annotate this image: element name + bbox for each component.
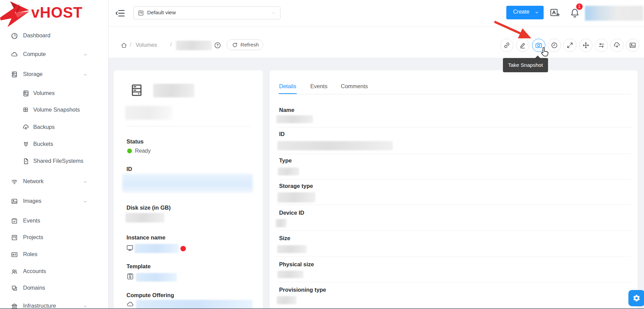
sidebar-item-label: Projects bbox=[23, 234, 43, 240]
edit-button[interactable] bbox=[516, 39, 529, 52]
migrate-volume-button[interactable] bbox=[579, 39, 592, 52]
compute-offering-redacted[interactable] bbox=[136, 300, 253, 309]
swap-button[interactable] bbox=[595, 39, 608, 52]
brand-logo[interactable]: vHOST bbox=[0, 1, 109, 27]
picture-icon bbox=[629, 42, 636, 49]
sidebar-item-label: Buckets bbox=[33, 141, 53, 147]
sidebar-item-label: Network bbox=[23, 178, 44, 185]
notification-badge[interactable]: 1 bbox=[576, 3, 583, 10]
create-button-label: Create bbox=[513, 9, 529, 15]
sidebar-item-label: Domains bbox=[23, 285, 45, 291]
menu-fold-icon[interactable] bbox=[115, 8, 125, 18]
field-value-redacted bbox=[277, 141, 393, 150]
language-add-icon[interactable] bbox=[549, 8, 560, 18]
sidebar-item-domains[interactable]: Domains bbox=[0, 284, 108, 293]
sidebar-item-roles[interactable]: Roles bbox=[0, 250, 108, 259]
brand-logo-icon bbox=[0, 1, 30, 28]
field-value-redacted bbox=[277, 245, 307, 253]
sidebar-item-accounts[interactable]: Accounts bbox=[0, 267, 108, 276]
cloud-upload-icon bbox=[22, 124, 30, 131]
sidebar-item-network[interactable]: Network bbox=[0, 177, 108, 186]
sidebar-item-label: Storage bbox=[23, 71, 43, 77]
question-circle-icon[interactable]: ? bbox=[214, 42, 221, 49]
template-redacted[interactable] bbox=[136, 273, 177, 282]
field-label-id: ID bbox=[279, 131, 285, 137]
user-menu[interactable] bbox=[585, 6, 643, 21]
field-value-redacted bbox=[276, 219, 287, 227]
sidebar-item-buckets[interactable]: Buckets bbox=[0, 140, 108, 149]
tab-comments[interactable]: Comments bbox=[341, 83, 368, 90]
edit-icon bbox=[519, 42, 526, 49]
volume-icon bbox=[22, 90, 30, 97]
link-icon bbox=[503, 42, 510, 49]
resize-volume-button[interactable] bbox=[563, 39, 577, 52]
status-dot bbox=[127, 149, 132, 153]
breadcrumb-separator: / bbox=[130, 42, 131, 48]
divider bbox=[126, 126, 251, 127]
divider bbox=[277, 230, 631, 231]
sidebar-item-backups[interactable]: Backups bbox=[0, 123, 108, 132]
block-icon bbox=[11, 285, 18, 292]
sidebar-item-compute[interactable]: Compute bbox=[0, 50, 108, 59]
chevron-down-icon bbox=[83, 180, 87, 184]
project-icon bbox=[11, 234, 18, 241]
picture-icon bbox=[11, 198, 18, 205]
cloud-icon bbox=[11, 51, 18, 58]
sidebar-item-label: Compute bbox=[23, 51, 46, 57]
tab-events[interactable]: Events bbox=[310, 83, 327, 90]
hand-cursor-icon bbox=[540, 47, 550, 58]
chevron-down-icon bbox=[271, 11, 276, 15]
field-value-redacted bbox=[278, 168, 299, 175]
cloud-icon bbox=[126, 301, 134, 308]
field-value-redacted bbox=[276, 115, 313, 123]
sidebar-item-volume-snapshots[interactable]: Volume Snapshots bbox=[0, 106, 108, 115]
chevron-down-icon bbox=[83, 199, 87, 204]
id-value-redacted bbox=[122, 174, 253, 193]
project-icon bbox=[138, 10, 144, 16]
sidebar-item-projects[interactable]: Projects bbox=[0, 233, 108, 242]
field-label-name: Name bbox=[279, 107, 294, 113]
volume-icon bbox=[131, 82, 143, 99]
view-select[interactable]: Default view bbox=[133, 6, 280, 19]
divider bbox=[277, 179, 631, 179]
chevron-up-icon bbox=[83, 73, 87, 77]
field-value-redacted bbox=[277, 192, 315, 202]
instance-name-redacted[interactable] bbox=[135, 244, 179, 253]
sidebar-item-dashboard[interactable]: Dashboard bbox=[0, 32, 108, 40]
bucket-icon bbox=[22, 141, 30, 148]
link-button[interactable] bbox=[500, 39, 513, 52]
take-snapshot-tooltip: Take Snapshot bbox=[503, 58, 548, 72]
status-value: Ready bbox=[135, 148, 151, 154]
create-template-button[interactable] bbox=[626, 39, 639, 52]
breadcrumb-current-redacted bbox=[176, 41, 212, 50]
create-button[interactable]: Create bbox=[506, 6, 544, 19]
refresh-button[interactable]: Refresh bbox=[227, 39, 263, 50]
status-label: Status bbox=[126, 138, 143, 145]
disk-size-label: Disk size (in GB) bbox=[126, 205, 171, 211]
chevron-down-icon bbox=[535, 11, 539, 15]
snapshot-icon bbox=[22, 107, 30, 114]
sidebar: vHOST Dashboard Compute Storage Volumes … bbox=[0, 0, 109, 309]
divider bbox=[277, 282, 631, 282]
sidebar-item-infrastructure[interactable]: Infrastructure bbox=[0, 302, 108, 309]
tab-details[interactable]: Details bbox=[279, 83, 296, 90]
dashboard-icon bbox=[11, 32, 18, 39]
sidebar-item-storage[interactable]: Storage bbox=[0, 70, 108, 79]
brand-name: vHOST bbox=[31, 4, 83, 21]
settings-fab-button[interactable] bbox=[628, 290, 644, 306]
sidebar-item-events[interactable]: Events bbox=[0, 217, 108, 226]
sidebar-item-volumes[interactable]: Volumes bbox=[0, 89, 108, 98]
field-value-redacted bbox=[277, 296, 296, 304]
volume-subtitle-redacted bbox=[125, 106, 173, 120]
sidebar-item-images[interactable]: Images bbox=[0, 197, 108, 206]
home-icon[interactable] bbox=[120, 42, 128, 49]
sidebar-item-label: Volume Snapshots bbox=[33, 107, 80, 113]
template-label: Template bbox=[126, 263, 151, 270]
instance-name-label: Instance name bbox=[126, 234, 165, 241]
download-volume-button[interactable] bbox=[610, 39, 624, 52]
desktop-icon bbox=[126, 244, 134, 252]
expand-arrows-icon bbox=[566, 42, 573, 49]
sidebar-item-shared-filesystems[interactable]: Shared FileSystems bbox=[0, 157, 108, 166]
breadcrumb-volumes[interactable]: Volumes bbox=[136, 42, 157, 48]
wifi-icon bbox=[11, 178, 18, 185]
